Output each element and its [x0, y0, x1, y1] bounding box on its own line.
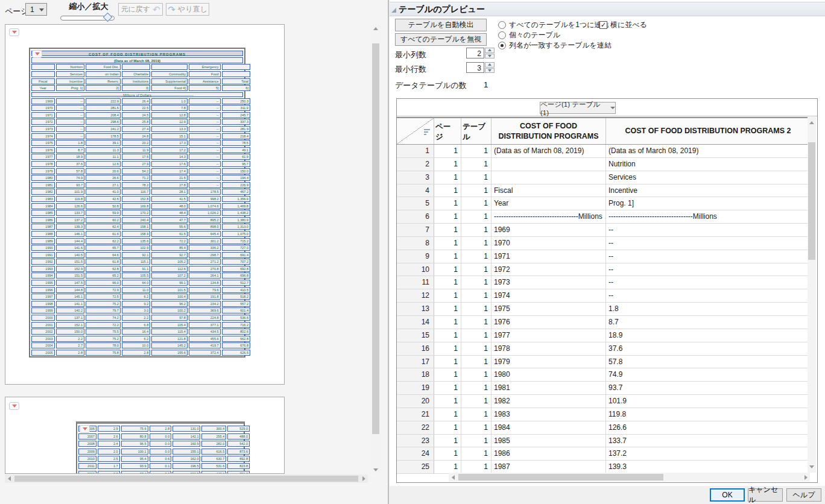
table-row[interactable]: 7111969-- — [397, 224, 810, 237]
cell[interactable]: 1 — [461, 263, 492, 276]
cell[interactable]: -----------------------------------Milli… — [492, 210, 606, 223]
cell[interactable]: 1 — [461, 342, 492, 355]
cell[interactable]: (Data as of March 08, 2019) — [492, 145, 606, 157]
cell[interactable]: 1 — [434, 184, 461, 197]
cell[interactable]: 1985 — [492, 435, 606, 447]
table-row[interactable]: 611-----------------------------------Mi… — [397, 210, 810, 224]
table-selector-dropdown[interactable]: ページ(1) テーブル(1) — [540, 102, 616, 114]
row-number[interactable]: 19 — [397, 382, 434, 394]
cell[interactable]: 1 — [461, 329, 492, 342]
table-row[interactable]: 511YearProg. 1] — [397, 197, 810, 210]
row-number[interactable]: 8 — [397, 237, 434, 250]
cell[interactable]: -- — [606, 263, 810, 276]
cell[interactable]: 1979 — [492, 356, 606, 368]
table-row[interactable]: 11111973-- — [397, 276, 810, 289]
zoom-slider-thumb[interactable] — [103, 13, 113, 22]
scroll-left-icon[interactable] — [449, 473, 457, 482]
row-number[interactable]: 23 — [397, 435, 434, 447]
row-number[interactable]: 25 — [397, 461, 434, 473]
radio-icon[interactable] — [498, 31, 506, 39]
cell[interactable]: 1978 — [492, 342, 606, 355]
row-number[interactable]: 3 — [397, 171, 434, 184]
radio-concatenate-all[interactable]: すべてのテーブルを1つに連結 — [498, 20, 609, 30]
page-menu-red-triangle-icon[interactable] — [9, 28, 19, 36]
zoom-slider[interactable] — [60, 16, 115, 20]
scrollbar-thumb[interactable] — [458, 474, 663, 480]
cell[interactable]: 1 — [461, 184, 492, 197]
table-menu-red-triangle-icon[interactable] — [80, 425, 90, 433]
cell[interactable]: 1974 — [492, 289, 606, 302]
row-number[interactable]: 13 — [397, 303, 434, 315]
outline-header[interactable]: テーブルのプレビュー — [390, 2, 825, 16]
cell[interactable]: 1 — [434, 289, 461, 302]
cell[interactable]: -- — [606, 250, 810, 263]
radio-concatenate-matching-columns[interactable]: 列名が一致するテーブルを連結 — [498, 40, 612, 51]
cell[interactable]: 1 — [461, 382, 492, 394]
stepper-up-icon[interactable] — [485, 48, 495, 53]
ignore-all-tables-button[interactable]: すべてのテーブルを無視 — [395, 33, 487, 46]
cell[interactable]: 18.9 — [606, 329, 810, 342]
row-number[interactable]: 15 — [397, 329, 434, 342]
cell[interactable] — [492, 158, 606, 171]
cell[interactable]: 1983 — [492, 408, 606, 421]
detected-table-page1[interactable]: COST OF FOOD DISTRIBUTION PROGRAMS(Data … — [29, 48, 245, 358]
cell[interactable]: 1973 — [492, 276, 606, 289]
table-row[interactable]: 1711197957.8 — [397, 356, 810, 369]
cell[interactable]: 1 — [461, 356, 492, 368]
column-header-page[interactable]: ページ — [434, 118, 461, 144]
column-header-col1[interactable]: COST OF FOOD DISTRIBUTION PROGRAMS — [492, 118, 606, 144]
cell[interactable]: 1 — [461, 237, 492, 250]
cell[interactable]: 74.9 — [606, 368, 810, 381]
cell[interactable]: 1 — [434, 197, 461, 210]
cell[interactable]: 1 — [461, 395, 492, 408]
row-number[interactable]: 12 — [397, 289, 434, 302]
cell[interactable]: 1982 — [492, 395, 606, 408]
scroll-down-icon[interactable] — [808, 463, 816, 471]
row-number[interactable]: 6 — [397, 210, 434, 223]
cell[interactable]: 1 — [461, 408, 492, 421]
cell[interactable]: 1 — [461, 276, 492, 289]
cell[interactable]: 1 — [434, 237, 461, 250]
side-by-side-checkbox[interactable]: ✓ 横に並べる — [599, 20, 647, 30]
cell[interactable]: 1 — [434, 263, 461, 276]
cell[interactable]: 139.3 — [606, 461, 810, 473]
row-number[interactable]: 18 — [397, 368, 434, 381]
stepper-up-icon[interactable] — [485, 62, 495, 68]
cell[interactable]: 1 — [461, 250, 492, 263]
table-row[interactable]: 20111982101.9 — [397, 395, 810, 408]
cell[interactable]: 1984 — [492, 421, 606, 434]
scroll-right-icon[interactable] — [359, 474, 368, 483]
stepper-down-icon[interactable] — [485, 54, 495, 59]
cell[interactable]: 1 — [434, 303, 461, 315]
scrollbar-thumb[interactable] — [808, 142, 815, 260]
cell[interactable]: 1 — [434, 447, 461, 460]
cell[interactable]: 126.6 — [606, 421, 810, 434]
table-row[interactable]: 211Nutrition — [397, 158, 810, 171]
ok-button[interactable]: OK — [710, 488, 745, 502]
cell[interactable]: 1 — [461, 145, 492, 157]
min-rows-input[interactable]: 3 — [466, 62, 484, 73]
table-row[interactable]: 25111987139.3 — [397, 461, 810, 474]
table-row[interactable]: 22111984126.6 — [397, 421, 810, 435]
row-number[interactable]: 1 — [397, 145, 434, 157]
table-menu-red-triangle-icon[interactable] — [32, 50, 42, 58]
checkbox-checked-icon[interactable]: ✓ — [599, 21, 607, 29]
scroll-up-icon[interactable] — [808, 119, 816, 127]
cell[interactable]: 137.2 — [606, 447, 810, 460]
cell[interactable]: 1 — [461, 303, 492, 315]
row-number[interactable]: 14 — [397, 316, 434, 329]
grid-corner-cell[interactable] — [397, 118, 434, 144]
cell[interactable]: 1 — [461, 421, 492, 434]
min-rows-stepper[interactable] — [485, 62, 495, 73]
scrollbar-thumb[interactable] — [372, 43, 379, 434]
cell[interactable]: 1977 — [492, 329, 606, 342]
radio-individual-tables[interactable]: 個々のテーブル — [498, 30, 560, 40]
cell[interactable]: 1970 — [492, 237, 606, 250]
cell[interactable]: 1 — [434, 171, 461, 184]
cell[interactable]: 1 — [434, 342, 461, 355]
cell[interactable]: Prog. 1] — [606, 197, 810, 210]
redo-button[interactable]: ↷ やり直し — [166, 3, 209, 16]
page-menu-red-triangle-icon[interactable] — [9, 402, 19, 410]
auto-detect-tables-button[interactable]: テーブルを自動検出 — [395, 19, 487, 31]
cell[interactable]: 1976 — [492, 316, 606, 329]
